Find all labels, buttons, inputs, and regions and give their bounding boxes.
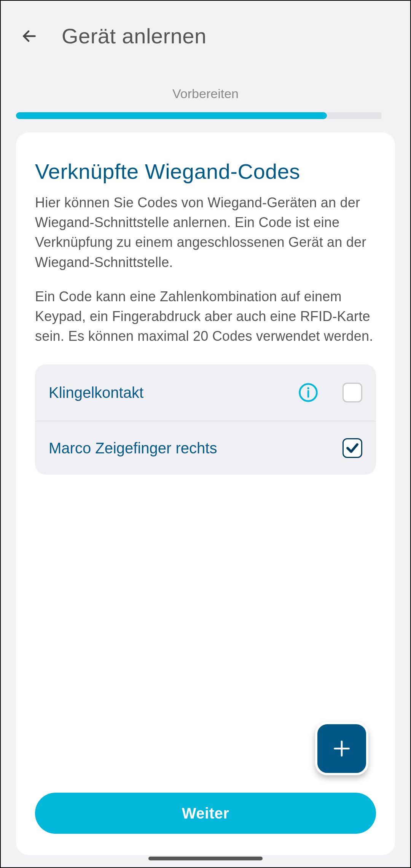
wizard-step-label: Vorbereiten	[1, 86, 410, 101]
wizard-progress	[16, 110, 395, 121]
code-label: Marco Zeigefinger rechts	[49, 440, 335, 457]
code-list: KlingelkontaktMarco Zeigefinger rechts	[35, 364, 376, 475]
info-button[interactable]	[297, 381, 320, 404]
next-button[interactable]: Weiter	[35, 793, 376, 834]
check-icon	[345, 441, 360, 455]
plus-icon	[331, 738, 352, 759]
home-indicator	[148, 857, 263, 860]
content-card: Verknüpfte Wiegand-Codes Hier können Sie…	[16, 132, 395, 855]
code-row: Klingelkontakt	[35, 364, 376, 421]
svg-point-3	[307, 387, 309, 389]
code-row: Marco Zeigefinger rechts	[35, 421, 376, 475]
progress-handle[interactable]	[381, 109, 395, 122]
code-label: Klingelkontakt	[49, 384, 289, 401]
page-title: Gerät anlernen	[62, 24, 207, 48]
card-paragraph: Hier können Sie Codes von Wiegand-Geräte…	[35, 193, 376, 272]
back-button[interactable]	[20, 27, 39, 46]
card-title: Verknüpfte Wiegand-Codes	[35, 159, 376, 184]
arrow-left-icon	[21, 28, 38, 45]
info-icon	[298, 382, 319, 403]
code-checkbox[interactable]	[342, 438, 362, 458]
add-code-button[interactable]	[315, 722, 368, 775]
progress-fill	[16, 112, 327, 119]
app-header: Gerät anlernen	[1, 1, 410, 64]
code-checkbox[interactable]	[342, 383, 362, 402]
card-paragraph: Ein Code kann eine Zahlenkombination auf…	[35, 287, 376, 347]
card-body: Hier können Sie Codes von Wiegand-Geräte…	[35, 193, 376, 346]
